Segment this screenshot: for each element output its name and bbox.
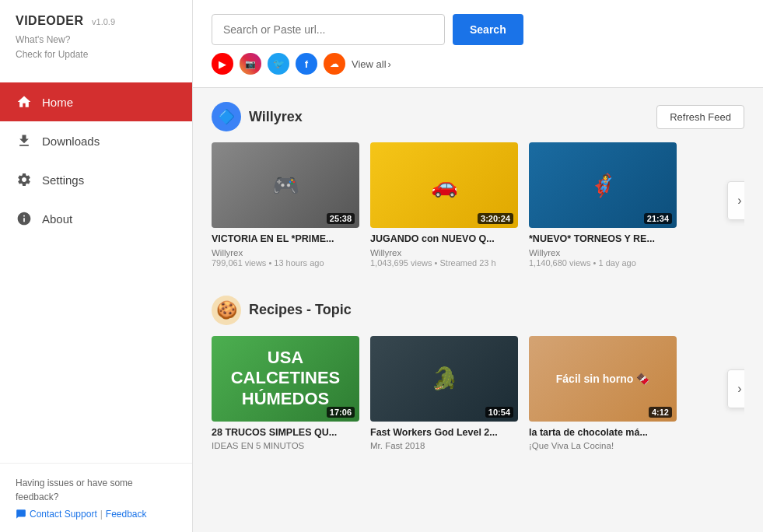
video-meta-willyrex-1: 1,043,695 views • Streamed 23 h <box>370 258 518 268</box>
chat-icon <box>16 509 26 520</box>
main-content: Search ▶ 📷 🐦 f ☁ View all › <box>193 0 763 532</box>
whats-new-link[interactable]: What's New? <box>16 33 177 47</box>
video-meta-willyrex-2: 1,140,680 views • 1 day ago <box>529 258 677 268</box>
channel-avatar-recipes: 🍪 <box>212 296 241 325</box>
nav-label-settings: Settings <box>42 173 84 187</box>
video-title-recipes-2: la tarta de chocolate má... <box>529 426 677 440</box>
video-row-willyrex: 🎮 25:38 VICTORIA EN EL *PRIME... Willyre… <box>212 142 744 268</box>
video-thumb-willyrex-1: 🚗 3:20:24 <box>370 142 518 228</box>
nav-item-settings[interactable]: Settings <box>0 160 192 199</box>
search-button[interactable]: Search <box>453 14 523 45</box>
feed-channel-willyrex: 🔷 Willyrex <box>212 102 303 131</box>
video-channel-recipes-0: IDEAS EN 5 MINUTOS <box>212 441 359 450</box>
feed-header-recipes: 🍪 Recipes - Topic <box>212 296 744 325</box>
footer-links: Contact Support | Feedback <box>16 509 177 520</box>
footer-text: Having issues or have some feedback? <box>16 476 177 504</box>
channel-name-willyrex: Willyrex <box>249 109 303 125</box>
view-all-link[interactable]: View all › <box>352 58 391 70</box>
video-thumb-willyrex-0: 🎮 25:38 <box>212 142 359 228</box>
nav-item-home[interactable]: Home <box>0 82 192 121</box>
feedback-link[interactable]: Feedback <box>106 509 147 520</box>
video-duration-willyrex-1: 3:20:24 <box>478 213 513 224</box>
platform-twitter[interactable]: 🐦 <box>268 53 289 75</box>
home-icon <box>16 93 33 110</box>
video-thumb-willyrex-2: 🦸 21:34 <box>529 142 677 228</box>
platform-instagram[interactable]: 📷 <box>240 53 261 75</box>
app-title: VIDEODER <box>16 14 84 27</box>
video-channel-recipes-1: Mr. Fast 2018 <box>370 441 518 450</box>
video-duration-recipes-2: 4:12 <box>649 407 672 418</box>
nav-item-downloads[interactable]: Downloads <box>0 121 192 160</box>
video-card-willyrex-0[interactable]: 🎮 25:38 VICTORIA EN EL *PRIME... Willyre… <box>212 142 359 268</box>
carousel-next-willyrex[interactable]: › <box>727 181 744 220</box>
sidebar-nav: Home Downloads Settings About <box>0 82 192 238</box>
video-card-willyrex-1[interactable]: 🚗 3:20:24 JUGANDO con NUEVO Q... Willyre… <box>370 142 518 268</box>
sidebar-meta: What's New? Check for Update <box>16 33 177 62</box>
feed-section-willyrex: 🔷 Willyrex Refresh Feed 🎮 25:38 VICTORIA… <box>193 88 763 282</box>
video-channel-willyrex-0: Willyrex <box>212 248 359 257</box>
video-thumb-recipes-2: Fácil sin horno 🍫 4:12 <box>529 336 677 422</box>
platform-icons-row: ▶ 📷 🐦 f ☁ View all › <box>212 53 744 75</box>
nav-label-home: Home <box>42 96 73 109</box>
platform-youtube[interactable]: ▶ <box>212 53 233 75</box>
sidebar-header: VIDEODER v1.0.9 What's New? Check for Up… <box>0 0 192 70</box>
video-card-recipes-0[interactable]: USA CALCETINES HÚMEDOS 17:06 28 TRUCOS S… <box>212 336 359 451</box>
feed-header-willyrex: 🔷 Willyrex Refresh Feed <box>212 102 744 131</box>
channel-avatar-willyrex: 🔷 <box>212 102 241 131</box>
search-input[interactable] <box>212 14 445 45</box>
download-icon <box>16 132 33 149</box>
video-duration-willyrex-0: 25:38 <box>327 213 355 224</box>
channel-name-recipes: Recipes - Topic <box>249 302 352 318</box>
carousel-next-recipes[interactable]: › <box>727 369 744 408</box>
video-channel-willyrex-1: Willyrex <box>370 248 518 257</box>
video-channel-willyrex-2: Willyrex <box>529 248 677 257</box>
video-card-willyrex-2[interactable]: 🦸 21:34 *NUEVO* TORNEOS Y RE... Willyrex… <box>529 142 677 268</box>
video-duration-recipes-0: 17:06 <box>327 407 355 418</box>
video-title-willyrex-1: JUGANDO con NUEVO Q... <box>370 233 518 247</box>
nav-item-about[interactable]: About <box>0 199 192 238</box>
video-card-recipes-1[interactable]: 🐊 10:54 Fast Workers God Level 2... Mr. … <box>370 336 518 451</box>
video-cards-recipes: USA CALCETINES HÚMEDOS 17:06 28 TRUCOS S… <box>212 336 744 451</box>
info-icon <box>16 210 33 227</box>
video-thumb-recipes-1: 🐊 10:54 <box>370 336 518 422</box>
video-thumb-recipes-0: USA CALCETINES HÚMEDOS 17:06 <box>212 336 359 422</box>
contact-support-link[interactable]: Contact Support <box>30 509 97 520</box>
video-duration-willyrex-2: 21:34 <box>644 213 672 224</box>
feed-channel-recipes: 🍪 Recipes - Topic <box>212 296 352 325</box>
sidebar: VIDEODER v1.0.9 What's New? Check for Up… <box>0 0 193 532</box>
app-version: v1.0.9 <box>92 17 115 26</box>
nav-label-downloads: Downloads <box>42 135 100 148</box>
search-row: Search <box>212 14 744 45</box>
video-title-willyrex-0: VICTORIA EN EL *PRIME... <box>212 233 359 247</box>
app-title-row: VIDEODER v1.0.9 <box>16 14 177 28</box>
video-title-recipes-0: 28 TRUCOS SIMPLES QU... <box>212 426 359 440</box>
video-channel-recipes-2: ¡Que Viva La Cocina! <box>529 441 677 450</box>
search-area: Search ▶ 📷 🐦 f ☁ View all › <box>193 0 763 88</box>
feed-section-recipes: 🍪 Recipes - Topic USA CALCETINES HÚMEDOS… <box>193 282 763 465</box>
video-title-willyrex-2: *NUEVO* TORNEOS Y RE... <box>529 233 677 247</box>
video-card-recipes-2[interactable]: Fácil sin horno 🍫 4:12 la tarta de choco… <box>529 336 677 451</box>
settings-icon <box>16 171 33 188</box>
sidebar-footer: Having issues or have some feedback? Con… <box>0 463 192 532</box>
video-row-recipes: USA CALCETINES HÚMEDOS 17:06 28 TRUCOS S… <box>212 336 744 451</box>
refresh-feed-button[interactable]: Refresh Feed <box>656 105 744 129</box>
check-update-link[interactable]: Check for Update <box>16 47 177 62</box>
video-cards-willyrex: 🎮 25:38 VICTORIA EN EL *PRIME... Willyre… <box>212 142 744 268</box>
video-duration-recipes-1: 10:54 <box>485 407 513 418</box>
platform-facebook[interactable]: f <box>296 53 317 75</box>
video-meta-willyrex-0: 799,061 views • 13 hours ago <box>212 258 359 268</box>
platform-soundcloud[interactable]: ☁ <box>324 53 345 75</box>
nav-label-about: About <box>42 212 72 226</box>
video-title-recipes-1: Fast Workers God Level 2... <box>370 426 518 440</box>
